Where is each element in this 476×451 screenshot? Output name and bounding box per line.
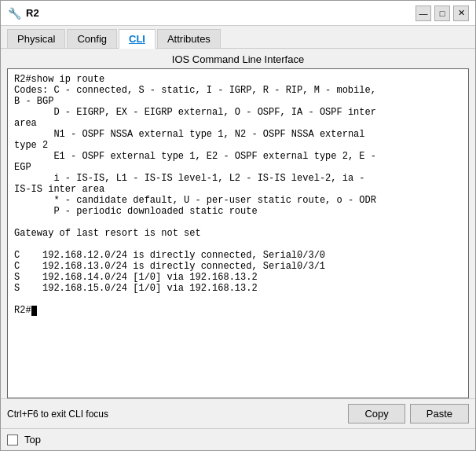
main-window: 🔧 R2 — □ ✕ Physical Config CLI Attribute…	[0, 0, 476, 451]
minimize-button[interactable]: —	[416, 6, 431, 21]
window-title: R2	[26, 7, 39, 19]
tab-cli[interactable]: CLI	[119, 29, 156, 49]
tab-attributes[interactable]: Attributes	[157, 29, 221, 48]
title-bar-left: 🔧 R2	[7, 6, 39, 20]
section-title: IOS Command Line Interface	[1, 49, 475, 68]
tab-physical[interactable]: Physical	[7, 29, 65, 48]
title-bar-controls: — □ ✕	[416, 6, 469, 21]
footer-bar: Top	[1, 428, 475, 450]
maximize-button[interactable]: □	[434, 6, 450, 21]
action-buttons: Copy Paste	[348, 404, 469, 424]
cli-output[interactable]: R2#show ip route Codes: C - connected, S…	[8, 69, 468, 398]
top-label: Top	[24, 434, 41, 446]
tab-config[interactable]: Config	[67, 29, 117, 48]
shortcut-hint: Ctrl+F6 to exit CLI focus	[7, 409, 108, 420]
title-bar: 🔧 R2 — □ ✕	[1, 1, 475, 26]
tab-bar: Physical Config CLI Attributes	[1, 26, 475, 49]
window-icon: 🔧	[7, 6, 21, 20]
paste-button[interactable]: Paste	[410, 404, 469, 424]
top-checkbox[interactable]	[7, 434, 18, 446]
cli-container: R2#show ip route Codes: C - connected, S…	[7, 68, 469, 398]
cli-cursor	[31, 306, 37, 316]
copy-button[interactable]: Copy	[348, 404, 405, 424]
bottom-bar: Ctrl+F6 to exit CLI focus Copy Paste	[1, 398, 475, 428]
close-button[interactable]: ✕	[453, 6, 469, 21]
